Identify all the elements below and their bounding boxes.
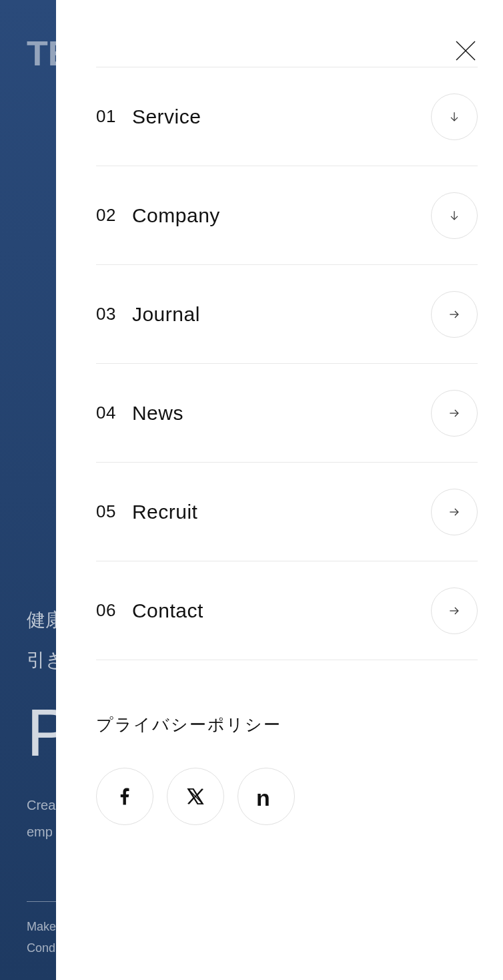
menu-item-label: Contact xyxy=(132,599,203,622)
menu-item-recruit[interactable]: 05 Recruit xyxy=(96,463,478,561)
menu-item-journal[interactable]: 03 Journal xyxy=(96,265,478,364)
menu-item-contact[interactable]: 06 Contact xyxy=(96,561,478,660)
menu-item-label: Company xyxy=(132,204,220,227)
background-divider xyxy=(27,901,56,902)
menu-item-service[interactable]: 01 Service xyxy=(96,67,478,166)
background-title: TE xyxy=(27,33,56,73)
background-jp-text-1: 健康 xyxy=(27,607,56,633)
menu-item-number: 01 xyxy=(96,106,116,127)
menu-item-label: Journal xyxy=(132,303,200,326)
menu-item-label: Service xyxy=(132,105,201,128)
menu-item-number: 05 xyxy=(96,501,116,522)
arrow-right-icon xyxy=(448,604,461,618)
background-large-letter: P xyxy=(27,694,56,771)
navigate-button[interactable] xyxy=(431,390,478,437)
background-text-cond: Cond xyxy=(27,941,55,955)
x-twitter-icon xyxy=(185,786,205,806)
chevron-down-icon xyxy=(448,209,461,222)
facebook-button[interactable] xyxy=(96,768,153,825)
facebook-icon xyxy=(115,786,135,806)
menu-item-left: 06 Contact xyxy=(96,599,203,622)
menu-item-label: News xyxy=(132,402,183,425)
privacy-policy-link[interactable]: プライバシーポリシー xyxy=(96,714,478,736)
note-button[interactable]: n xyxy=(237,768,295,825)
background-text-crea: Crea xyxy=(27,798,55,813)
menu-panel: 01 Service 02 Company xyxy=(56,0,503,980)
menu-item-left: 02 Company xyxy=(96,204,220,227)
social-links-row: n xyxy=(96,768,478,825)
background-text-emp: emp xyxy=(27,824,53,840)
close-icon xyxy=(454,39,478,63)
x-twitter-button[interactable] xyxy=(167,768,224,825)
navigate-button[interactable] xyxy=(431,489,478,535)
menu-list: 01 Service 02 Company xyxy=(96,67,478,660)
note-icon: n xyxy=(256,786,276,806)
menu-item-news[interactable]: 04 News xyxy=(96,364,478,463)
menu-item-number: 06 xyxy=(96,600,116,621)
chevron-down-icon xyxy=(448,110,461,124)
menu-item-number: 04 xyxy=(96,403,116,423)
arrow-right-icon xyxy=(448,308,461,321)
expand-button[interactable] xyxy=(431,93,478,140)
menu-item-label: Recruit xyxy=(132,501,198,523)
menu-item-left: 01 Service xyxy=(96,105,201,128)
menu-item-number: 02 xyxy=(96,205,116,226)
menu-item-left: 04 News xyxy=(96,402,183,425)
background-text-make: Make xyxy=(27,920,56,934)
background-jp-text-2: 引き xyxy=(27,648,56,673)
expand-button[interactable] xyxy=(431,192,478,239)
navigate-button[interactable] xyxy=(431,587,478,634)
menu-item-company[interactable]: 02 Company xyxy=(96,166,478,265)
menu-item-left: 03 Journal xyxy=(96,303,200,326)
background-panel: TE 健康 引き P Crea emp Make Cond xyxy=(0,0,56,980)
close-button[interactable] xyxy=(454,39,478,63)
arrow-right-icon xyxy=(448,505,461,519)
menu-item-number: 03 xyxy=(96,304,116,324)
navigate-button[interactable] xyxy=(431,291,478,338)
arrow-right-icon xyxy=(448,407,461,420)
menu-item-left: 05 Recruit xyxy=(96,501,197,523)
